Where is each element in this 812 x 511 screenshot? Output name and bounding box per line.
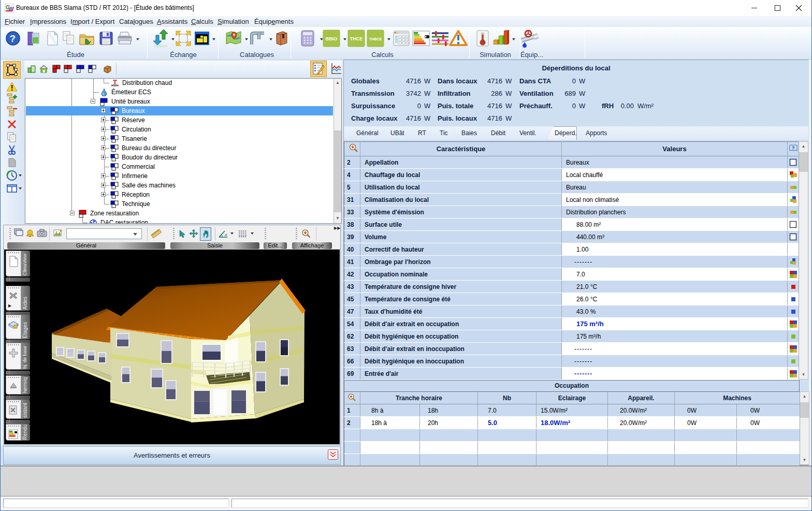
svg-text:THCE: THCE [350, 36, 363, 41]
svg-text:α: α [225, 232, 227, 237]
svg-text:BBIO: BBIO [326, 36, 338, 41]
svg-text:THBCE: THBCE [369, 37, 382, 41]
svg-text:?: ? [10, 33, 16, 44]
svg-text:?: ? [792, 145, 795, 151]
